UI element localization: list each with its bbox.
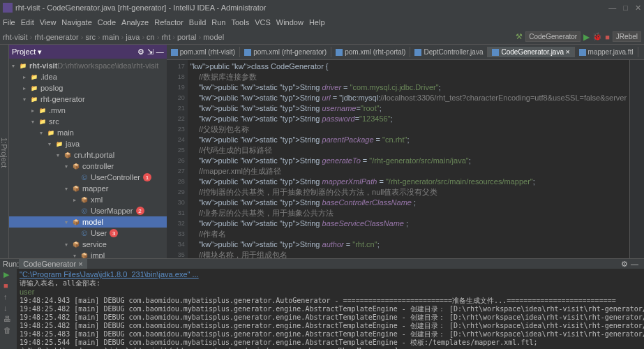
app-icon bbox=[3, 3, 13, 13]
tree-item[interactable]: ▾📁rht-generator bbox=[9, 94, 167, 105]
editor-tabs: pom.xml (rht-visit)pom.xml (rht-generato… bbox=[167, 45, 644, 60]
editor-tab[interactable]: pom.xml (rht-portal) bbox=[331, 47, 410, 57]
menu-build[interactable]: Build bbox=[189, 18, 206, 27]
tree-item[interactable]: ▾📦cn.rht.portal bbox=[9, 149, 167, 161]
tree-item[interactable]: ⒸUserMapper2 bbox=[9, 205, 167, 216]
collapse-icon[interactable]: ⇲ bbox=[147, 47, 153, 57]
menu-code[interactable]: Code bbox=[98, 18, 116, 27]
left-gutter: 1:Project bbox=[0, 45, 9, 258]
menu-edit[interactable]: Edit bbox=[21, 18, 34, 27]
titlebar: rht-visit - CodeGenerator.java [rht-gene… bbox=[0, 0, 644, 15]
tree-item[interactable]: ▸📁.idea bbox=[9, 71, 167, 82]
editor-tab[interactable]: CodeGenerator.java × bbox=[488, 47, 574, 57]
tree-item[interactable]: ▾📦mapper bbox=[9, 183, 167, 194]
minimap[interactable] bbox=[629, 60, 644, 258]
tree-item[interactable]: ▾📦impl bbox=[9, 250, 167, 258]
project-panel: Project ▾ ⚙ ⇲ — ▾📁rht-visit D:\rht\works… bbox=[9, 45, 167, 258]
run-tab[interactable]: CodeGenerator × bbox=[19, 259, 87, 269]
project-tree[interactable]: ▾📁rht-visit D:\rht\workspace\idea\rht-vi… bbox=[9, 59, 167, 258]
project-tab-vertical[interactable]: 1:Project bbox=[0, 138, 8, 168]
menu-window[interactable]: Window bbox=[276, 18, 304, 27]
menu-tools[interactable]: Tools bbox=[231, 18, 249, 27]
tree-item[interactable]: ▾📁java bbox=[9, 138, 167, 149]
gutter: 17 18 19 20 21 22 23 24 25 26 27 28 29 3… bbox=[167, 60, 188, 258]
run-config-select[interactable]: CodeGenerator bbox=[525, 31, 581, 42]
tree-item[interactable]: ⒸUserController1 bbox=[9, 172, 167, 183]
hide-icon[interactable]: — bbox=[631, 260, 638, 268]
tree-item[interactable]: ▾📦model bbox=[9, 216, 167, 228]
trash-icon[interactable]: 🗑 bbox=[3, 326, 13, 336]
tree-item[interactable]: ▾📁src bbox=[9, 116, 167, 127]
tree-item[interactable]: ▸📁poslog bbox=[9, 82, 167, 94]
stop-button[interactable]: ■ bbox=[3, 281, 13, 291]
up-button[interactable]: ↑ bbox=[3, 292, 13, 302]
console[interactable]: "C:\Program Files\Java\jdk1.8.0_231\bin\… bbox=[17, 269, 644, 349]
editor-tab[interactable]: mapper.java.ftl bbox=[575, 47, 638, 57]
editor-tab[interactable]: pom.xml (rht-generator) bbox=[240, 47, 331, 57]
editor-tab[interactable]: DeptController.java bbox=[410, 47, 488, 57]
print-icon[interactable]: 🖶 bbox=[3, 315, 13, 325]
tree-item[interactable]: ⒸUser3 bbox=[9, 228, 167, 239]
hide-icon[interactable]: — bbox=[156, 47, 164, 56]
menu-run[interactable]: Run bbox=[211, 18, 225, 27]
menu-refactor[interactable]: Refactor bbox=[154, 18, 184, 27]
editor-tab[interactable]: pom.xml (rht-visit) bbox=[167, 47, 240, 57]
gear-icon[interactable]: ⚙ bbox=[137, 47, 144, 57]
menubar: FileEditViewNavigateCodeAnalyzeRefactorB… bbox=[0, 15, 644, 29]
window-title: rht-visit - CodeGenerator.java [rht-gene… bbox=[15, 3, 266, 12]
run-label: Run: bbox=[3, 260, 19, 268]
gear-icon[interactable]: ⚙ bbox=[621, 260, 628, 269]
project-header: Project ▾ ⚙ ⇲ — bbox=[9, 45, 167, 59]
hammer-icon[interactable]: ⚒ bbox=[516, 32, 523, 41]
code-area[interactable]: "kw">public "kw">class CodeGenerator { /… bbox=[188, 60, 629, 258]
close-icon[interactable]: ✕ bbox=[635, 3, 641, 13]
editor[interactable]: 17 18 19 20 21 22 23 24 25 26 27 28 29 3… bbox=[167, 60, 644, 258]
down-button[interactable]: ↓ bbox=[3, 304, 13, 313]
toolbar: rht-visit › rht-generator › src › main ›… bbox=[0, 29, 644, 45]
menu-file[interactable]: File bbox=[3, 18, 15, 27]
project-label: Project bbox=[12, 47, 36, 56]
tree-item[interactable]: ▾📦service bbox=[9, 239, 167, 250]
tree-root[interactable]: ▾📁rht-visit D:\rht\workspace\idea\rht-vi… bbox=[9, 60, 167, 71]
minimize-icon[interactable]: — bbox=[608, 3, 616, 13]
chevron-down-icon[interactable]: ▾ bbox=[38, 47, 42, 57]
debug-button[interactable]: 🐞 bbox=[592, 32, 602, 41]
tree-item[interactable]: ▸📦xml bbox=[9, 194, 167, 205]
run-panel: Run: CodeGenerator × ⚙ — ▶ ■ ↑ ↓ 🖶 🗑 "C:… bbox=[0, 258, 644, 349]
menu-vcs[interactable]: VCS bbox=[255, 18, 271, 27]
jrebel-select[interactable]: JRebel bbox=[613, 31, 641, 42]
maximize-icon[interactable]: □ bbox=[623, 3, 628, 13]
tree-item[interactable]: ▾📁main bbox=[9, 127, 167, 138]
tree-item[interactable]: ▸📁.mvn bbox=[9, 105, 167, 116]
run-button[interactable]: ▶ bbox=[583, 32, 590, 42]
menu-view[interactable]: View bbox=[40, 18, 57, 27]
breadcrumb[interactable]: rht-visit › rht-generator › src › main ›… bbox=[3, 33, 224, 41]
rerun-button[interactable]: ▶ bbox=[3, 270, 13, 280]
stop-button[interactable]: ■ bbox=[605, 33, 610, 41]
menu-analyze[interactable]: Analyze bbox=[121, 18, 149, 27]
tree-item[interactable]: ▾📦controller bbox=[9, 161, 167, 172]
menu-help[interactable]: Help bbox=[309, 18, 325, 27]
menu-navigate[interactable]: Navigate bbox=[61, 18, 91, 27]
run-controls: ▶ ■ ↑ ↓ 🖶 🗑 bbox=[0, 269, 17, 349]
